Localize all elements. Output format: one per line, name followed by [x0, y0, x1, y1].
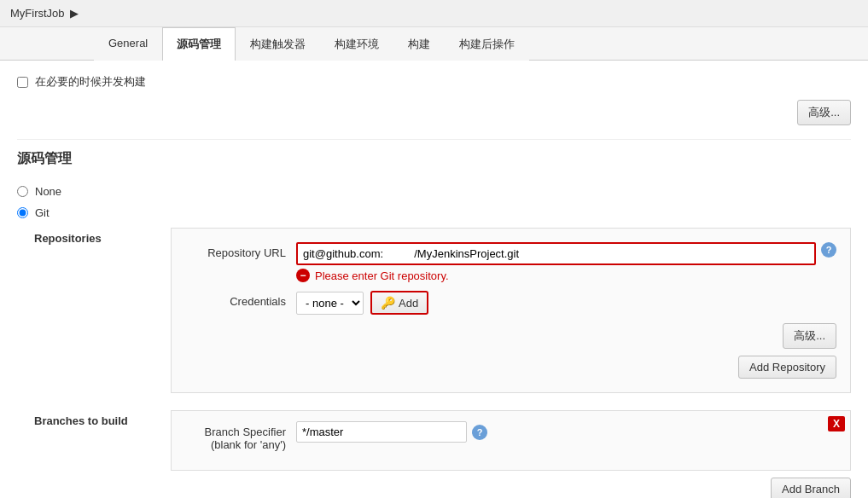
main-content: General 源码管理 构建触发器 构建环境 构建 构建后操作 在必要的时候并… — [0, 27, 868, 498]
concurrent-build-checkbox[interactable] — [17, 77, 28, 88]
breadcrumb: MyFirstJob ▶ — [0, 0, 868, 27]
branch-specifier-input[interactable] — [296, 421, 467, 443]
branches-label: Branches to build — [34, 410, 137, 427]
credentials-select[interactable]: - none - — [296, 292, 364, 315]
credentials-control: - none - 🔑 Add — [296, 291, 836, 315]
tab-build-trigger[interactable]: 构建触发器 — [236, 27, 320, 61]
section-title: 源码管理 — [17, 150, 851, 171]
tab-build[interactable]: 构建 — [393, 27, 445, 61]
add-branch-button[interactable]: Add Branch — [771, 478, 851, 498]
key-icon: 🔑 — [381, 296, 395, 310]
tab-post-build[interactable]: 构建后操作 — [445, 27, 529, 61]
none-label: None — [35, 185, 61, 198]
advanced-repo-button[interactable]: 高级... — [783, 323, 836, 349]
branch-specifier-control: ? — [296, 421, 836, 443]
add-label: Add — [399, 297, 418, 310]
repo-url-row: Repository URL − Please enter Git reposi… — [185, 242, 836, 282]
credentials-label: Credentials — [185, 291, 296, 308]
repo-url-help-icon[interactable]: ? — [821, 242, 836, 258]
radio-git[interactable] — [17, 207, 28, 218]
branch-specifier-row: Branch Specifier (blank for 'any') ? — [185, 421, 836, 451]
tab-build-env[interactable]: 构建环境 — [320, 27, 393, 61]
credentials-row: Credentials - none - 🔑 Add — [185, 291, 836, 315]
radio-none-row: None — [17, 185, 851, 198]
branch-specifier-label: Branch Specifier (blank for 'any') — [185, 421, 296, 451]
concurrent-build-row: 在必要的时候并发构建 — [17, 74, 851, 90]
tab-general[interactable]: General — [94, 27, 162, 61]
error-message-row: − Please enter Git repository. — [296, 269, 816, 282]
radio-git-row: Git — [17, 206, 851, 219]
credentials-input-row: - none - 🔑 Add — [296, 291, 836, 315]
close-branch-button[interactable]: X — [828, 416, 845, 431]
add-repository-button[interactable]: Add Repository — [738, 356, 836, 379]
branches-section: Branches to build X Branch Specifier (bl… — [17, 410, 851, 498]
repositories-label: Repositories — [34, 228, 137, 245]
divider-1 — [17, 139, 851, 140]
repo-url-label: Repository URL — [185, 242, 296, 259]
repo-box: Repository URL − Please enter Git reposi… — [171, 228, 851, 393]
branch-specifier-help-icon[interactable]: ? — [472, 425, 487, 440]
repo-actions-row: 高级... — [185, 323, 836, 349]
add-credentials-button[interactable]: 🔑 Add — [370, 291, 428, 315]
breadcrumb-project[interactable]: MyFirstJob — [10, 7, 65, 20]
tab-bar: General 源码管理 构建触发器 构建环境 构建 构建后操作 — [0, 27, 868, 61]
branch-box: X Branch Specifier (blank for 'any') ? — [171, 410, 851, 471]
repo-url-input[interactable] — [296, 242, 816, 265]
tab-source-code[interactable]: 源码管理 — [162, 27, 236, 61]
git-label: Git — [35, 206, 50, 219]
repo-url-control: − Please enter Git repository. — [296, 242, 816, 282]
content-area: 在必要的时候并发构建 高级... 源码管理 None Git Repositor… — [0, 61, 868, 498]
advanced-button[interactable]: 高级... — [797, 100, 851, 125]
breadcrumb-arrow: ▶ — [70, 7, 79, 20]
concurrent-build-label: 在必要的时候并发构建 — [35, 74, 146, 90]
advanced-btn-row: 高级... — [17, 100, 851, 125]
error-icon: − — [296, 269, 310, 282]
repositories-section: Repositories Repository URL − — [17, 228, 851, 403]
radio-none[interactable] — [17, 186, 28, 197]
error-text: Please enter Git repository. — [315, 269, 449, 282]
